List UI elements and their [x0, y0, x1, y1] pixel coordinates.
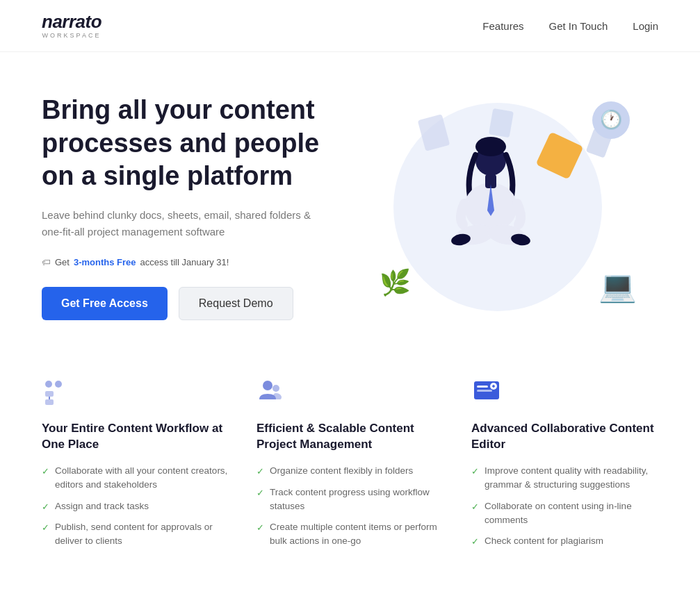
list-item-text: Assign and track tasks [55, 499, 149, 513]
svg-point-15 [272, 385, 279, 392]
cta-buttons: Get Free Access Request Demo [42, 287, 319, 320]
hero-subtitle: Leave behind clunky docs, sheets, email,… [42, 207, 319, 240]
person-illustration [446, 134, 536, 259]
plant-icon: 🌿 [380, 268, 411, 297]
list-item: ✓Organize content flexibly in folders [257, 464, 443, 479]
list-item: ✓Create multiple content items or perfor… [257, 520, 443, 549]
list-item-text: Track content progress using workflow st… [270, 486, 443, 514]
navbar: narrato WORKSPACE Features Get In Touch … [0, 0, 700, 52]
nav-login[interactable]: Login [633, 20, 658, 32]
list-item: ✓Assign and track tasks [42, 499, 229, 514]
check-icon: ✓ [257, 486, 264, 500]
logo-text: narrato [42, 13, 101, 31]
list-item-text: Improve content quality with readability… [485, 464, 658, 492]
promo-suffix: access till January 31! [140, 257, 229, 267]
hero-section: Bring all your content processes and peo… [0, 52, 700, 348]
feature-project-title: Efficient & Scalable Content Project Man… [257, 420, 443, 454]
hero-illustration: 🕐 [338, 96, 658, 318]
get-free-access-button[interactable]: Get Free Access [42, 287, 168, 320]
promo-line: 🏷 Get 3-months Free access till January … [42, 257, 319, 267]
logo-sub: WORKSPACE [42, 32, 101, 39]
illustration-container: 🕐 [352, 96, 644, 318]
feature-project-list: ✓Organize content flexibly in folders ✓T… [257, 464, 443, 549]
svg-point-9 [45, 381, 52, 388]
list-item-text: Organize content flexibly in folders [270, 464, 413, 478]
feature-editor-title: Advanced Collaborative Content Editor [471, 420, 658, 454]
check-icon: ✓ [257, 465, 264, 479]
svg-point-14 [263, 381, 272, 390]
list-item-text: Create multiple content items or perform… [270, 520, 443, 549]
clock-icon: 🕐 [592, 101, 630, 139]
tag-icon: 🏷 [42, 257, 51, 267]
feature-workflow: Your Entire Content Workflow at One Plac… [42, 376, 229, 549]
logo[interactable]: narrato WORKSPACE [42, 13, 101, 39]
list-item: ✓Publish, send content for approvals or … [42, 520, 229, 549]
request-demo-button[interactable]: Request Demo [179, 287, 293, 320]
list-item: ✓Collaborate on content using in-line co… [471, 499, 658, 528]
check-icon: ✓ [42, 500, 49, 514]
svg-point-10 [55, 381, 62, 388]
nav-get-in-touch[interactable]: Get In Touch [549, 20, 608, 32]
laptop-icon: 💻 [599, 268, 637, 304]
list-item-text: Check content for plagiarism [485, 534, 603, 548]
list-item-text: Collaborate with all your content creato… [55, 464, 229, 492]
promo-highlight: 3-months Free [74, 257, 136, 267]
list-item: ✓Collaborate with all your content creat… [42, 464, 229, 492]
feature-project: Efficient & Scalable Content Project Man… [257, 376, 443, 549]
svg-point-1 [475, 137, 506, 156]
hero-title: Bring all your content processes and peo… [42, 94, 319, 193]
list-item: ✓Check content for plagiarism [471, 534, 658, 549]
list-item: ✓Improve content quality with readabilit… [471, 464, 658, 492]
editor-icon [471, 376, 658, 409]
check-icon: ✓ [257, 521, 264, 535]
check-icon: ✓ [42, 465, 49, 479]
svg-rect-11 [45, 391, 54, 397]
check-icon: ✓ [42, 521, 49, 535]
check-icon: ✓ [471, 465, 479, 479]
features-section: Your Entire Content Workflow at One Plac… [0, 348, 700, 590]
list-item-text: Collaborate on content using in-line com… [485, 499, 658, 528]
feature-editor-list: ✓Improve content quality with readabilit… [471, 464, 658, 549]
promo-prefix: Get [55, 257, 70, 267]
svg-rect-18 [477, 390, 492, 392]
check-icon: ✓ [471, 535, 479, 549]
feature-workflow-title: Your Entire Content Workflow at One Plac… [42, 420, 229, 454]
svg-rect-12 [45, 399, 54, 405]
feature-workflow-list: ✓Collaborate with all your content creat… [42, 464, 229, 549]
list-item-text: Publish, send content for approvals or d… [55, 520, 229, 549]
hero-left: Bring all your content processes and peo… [42, 94, 319, 320]
svg-rect-17 [477, 386, 488, 388]
project-icon [257, 376, 443, 409]
workflow-icon [42, 376, 229, 409]
check-icon: ✓ [471, 500, 479, 514]
nav-links: Features Get In Touch Login [482, 20, 658, 32]
nav-features[interactable]: Features [482, 20, 523, 32]
list-item: ✓Track content progress using workflow s… [257, 486, 443, 514]
feature-editor: Advanced Collaborative Content Editor ✓I… [471, 376, 658, 549]
